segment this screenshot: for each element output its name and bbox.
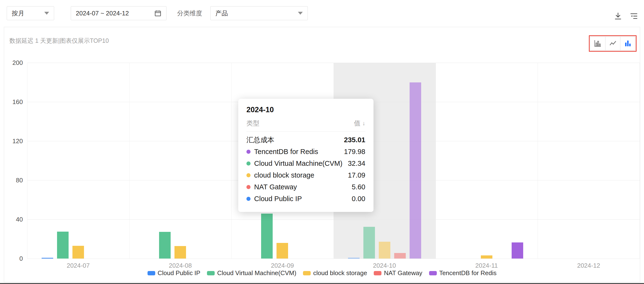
chevron-down-icon	[298, 12, 303, 15]
date-range-value: 2024-07 ~ 2024-12	[76, 10, 129, 17]
bar-2024-07[interactable]	[57, 232, 68, 259]
tooltip-type-header: 类型	[246, 119, 260, 128]
tooltip-title: 2024-10	[246, 106, 365, 114]
chart-type-line-button[interactable]	[605, 37, 620, 50]
y-axis-label: 40	[4, 216, 23, 223]
download-button[interactable]	[613, 11, 623, 21]
bar-2024-09[interactable]	[276, 243, 288, 259]
bar-2024-10[interactable]	[364, 227, 375, 259]
bar-2024-07[interactable]	[72, 246, 84, 259]
x-axis: 2024-072024-082024-092024-102024-112024-…	[27, 262, 640, 270]
x-axis-label: 2024-09	[231, 262, 333, 269]
sort-desc-icon: ↓	[362, 120, 365, 127]
chart-panel: 数据延迟 1 天更新|图表仅展示TOP10	[4, 27, 640, 282]
tooltip-row-label-wrap: 汇总成本	[246, 135, 274, 145]
tooltip-row: cloud block storage17.09	[246, 169, 365, 181]
tooltip-row: Cloud Virtual Machine(CVM)32.34	[246, 158, 365, 169]
dimension-select-value: 产品	[216, 9, 228, 17]
y-axis-label: 80	[4, 177, 23, 184]
tooltip-value-header: 值	[354, 119, 360, 128]
panel-toggle-button[interactable]	[629, 11, 639, 21]
tooltip-row-value: 179.98	[344, 148, 365, 156]
bar-2024-08[interactable]	[174, 246, 186, 259]
tooltip-row-label-wrap: Cloud Virtual Machine(CVM)	[246, 159, 342, 167]
bar-2024-07[interactable]	[42, 258, 53, 259]
chart-type-toolbar-highlight	[589, 35, 636, 52]
tooltip-row-label-wrap: TencentDB for Redis	[246, 148, 318, 156]
gridline-horizontal	[27, 259, 640, 259]
tooltip-row: NAT Gateway5.60	[246, 181, 365, 193]
series-dot	[246, 161, 250, 165]
tooltip-row-label-wrap: Cloud Public IP	[246, 195, 302, 203]
calendar-icon	[154, 10, 162, 17]
toolbar-right-icons	[613, 11, 639, 21]
x-axis-label: 2024-11	[436, 262, 538, 269]
gridline-vertical	[231, 63, 232, 259]
period-select-value: 按月	[12, 9, 24, 17]
top-toolbar: 按月 2024-07 ~ 2024-12 分类维度 产品	[0, 0, 644, 24]
tooltip-row-value: 5.60	[352, 183, 365, 191]
chart-type-grouped-bar-button[interactable]	[620, 37, 635, 50]
tooltip-row-value: 17.09	[348, 171, 365, 179]
date-range-picker[interactable]: 2024-07 ~ 2024-12	[71, 6, 166, 20]
bar-2024-10[interactable]	[410, 82, 421, 259]
line-chart-icon	[609, 39, 617, 48]
download-icon	[614, 12, 622, 21]
chart-tooltip: 2024-10 类型 值 ↓ 汇总成本235.01TencentDB for R…	[238, 99, 374, 212]
x-axis-label: 2024-10	[334, 262, 436, 269]
bar-2024-10[interactable]	[379, 242, 390, 259]
bar-2024-10[interactable]	[348, 258, 360, 259]
chevron-down-icon	[44, 12, 49, 15]
x-axis-label: 2024-12	[538, 262, 640, 269]
tooltip-row-label: 汇总成本	[246, 135, 274, 145]
tooltip-row-label: TencentDB for Redis	[254, 148, 318, 156]
tooltip-row: TencentDB for Redis179.98	[246, 146, 365, 158]
tooltip-row-value: 235.01	[344, 136, 365, 144]
legend-item[interactable]: cloud block storage	[303, 269, 367, 277]
gridline-vertical	[27, 63, 28, 259]
bar-2024-10[interactable]	[394, 253, 406, 259]
tooltip-row-label: Cloud Virtual Machine(CVM)	[254, 159, 342, 167]
gridline-vertical	[640, 63, 640, 259]
legend-swatch	[429, 271, 437, 275]
y-axis-label: 120	[4, 138, 23, 145]
legend-swatch	[303, 271, 311, 275]
legend-label: cloud block storage	[313, 269, 367, 277]
grouped-bar-chart-icon	[624, 39, 632, 48]
gridline-vertical	[129, 63, 130, 259]
legend-item[interactable]: Cloud Virtual Machine(CVM)	[207, 269, 296, 277]
tooltip-row-label-wrap: NAT Gateway	[246, 183, 297, 191]
tooltip-rows: 汇总成本235.01TencentDB for Redis179.98Cloud…	[246, 134, 365, 205]
series-dot	[246, 197, 250, 201]
bar-2024-09[interactable]	[261, 214, 273, 259]
tooltip-row: 汇总成本235.01	[246, 134, 365, 146]
legend-item[interactable]: TencentDB for Redis	[429, 269, 496, 277]
dimension-select[interactable]: 产品	[210, 6, 308, 20]
tooltip-row-label-wrap: cloud block storage	[246, 171, 314, 179]
legend-swatch	[148, 271, 155, 275]
bar-2024-08[interactable]	[159, 232, 171, 259]
chart-note: 数据延迟 1 天更新|图表仅展示TOP10	[10, 37, 109, 45]
tooltip-header: 类型 值 ↓	[246, 119, 365, 128]
y-axis-label: 200	[4, 59, 23, 67]
tooltip-divider	[246, 132, 365, 132]
bar-2024-11[interactable]	[481, 255, 492, 259]
series-dot	[246, 185, 250, 189]
chart-type-toolbar	[590, 36, 635, 50]
tooltip-row-label: cloud block storage	[254, 171, 314, 179]
legend-item[interactable]: Cloud Public IP	[148, 269, 200, 277]
tooltip-row-label: NAT Gateway	[254, 183, 297, 191]
bar-2024-11[interactable]	[512, 242, 523, 259]
series-dot	[246, 173, 250, 177]
legend-item[interactable]: NAT Gateway	[374, 269, 422, 277]
chart-type-bar-summary-button[interactable]	[590, 37, 605, 50]
gridline-vertical	[436, 63, 436, 259]
period-select[interactable]: 按月	[7, 6, 54, 20]
panel-toggle-icon	[630, 12, 638, 21]
legend-label: NAT Gateway	[384, 269, 422, 277]
tooltip-row-value: 0.00	[352, 195, 365, 203]
legend-label: TencentDB for Redis	[439, 269, 496, 277]
tooltip-row-value: 32.34	[348, 159, 365, 167]
legend-swatch	[374, 271, 382, 275]
bar-chart-icon	[594, 39, 602, 48]
